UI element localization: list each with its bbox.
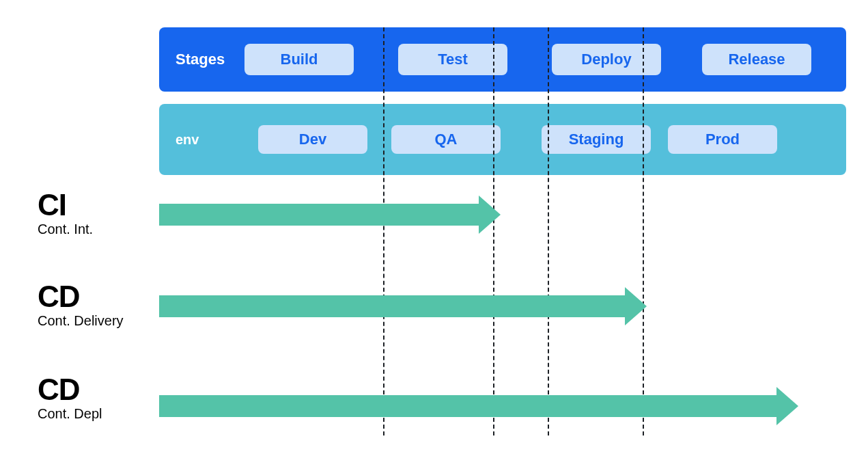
stage-chip-build: Build — [244, 44, 354, 75]
stages-row: Stages Build Test Deploy Release — [159, 27, 846, 92]
cd-delivery-arrow — [159, 295, 645, 317]
cd-delivery-subtitle: Cont. Delivery — [38, 313, 124, 329]
arrow-head-icon — [776, 387, 798, 425]
env-chips: Dev QA Staging Prod — [244, 104, 846, 175]
arrow-head-icon — [625, 287, 647, 325]
ci-subtitle: Cont. Int. — [38, 222, 93, 237]
stage-chip-test: Test — [398, 44, 507, 75]
env-chip-staging: Staging — [542, 125, 651, 154]
arrow-shaft — [159, 395, 778, 417]
arrow-head-icon — [479, 196, 501, 234]
divider-line — [548, 27, 549, 435]
divider-line — [643, 27, 644, 435]
cd-deployment-block: CD Cont. Depl — [38, 375, 102, 429]
stage-chip-deploy: Deploy — [552, 44, 661, 75]
cd-deployment-subtitle: Cont. Depl — [38, 406, 102, 422]
divider-line — [383, 27, 384, 435]
cd-deployment-arrow — [159, 395, 797, 417]
cd-deployment-abbrev: CD — [38, 375, 102, 405]
cd-delivery-abbrev: CD — [38, 282, 124, 312]
env-chip-prod: Prod — [668, 125, 777, 154]
stage-chip-release: Release — [702, 44, 811, 75]
stage-chips: Build Test Deploy Release — [244, 27, 846, 92]
stages-label: Stages — [176, 51, 230, 68]
ci-arrow — [159, 204, 499, 226]
env-label: env — [176, 132, 230, 148]
arrow-shaft — [159, 295, 626, 317]
env-chip-dev: Dev — [258, 125, 367, 154]
env-chip-qa: QA — [391, 125, 501, 154]
ci-abbrev: CI — [38, 190, 93, 220]
ci-block: CI Cont. Int. — [38, 190, 93, 245]
cd-delivery-block: CD Cont. Delivery — [38, 282, 124, 336]
env-row: env Dev QA Staging Prod — [159, 104, 846, 175]
arrow-shaft — [159, 204, 480, 226]
